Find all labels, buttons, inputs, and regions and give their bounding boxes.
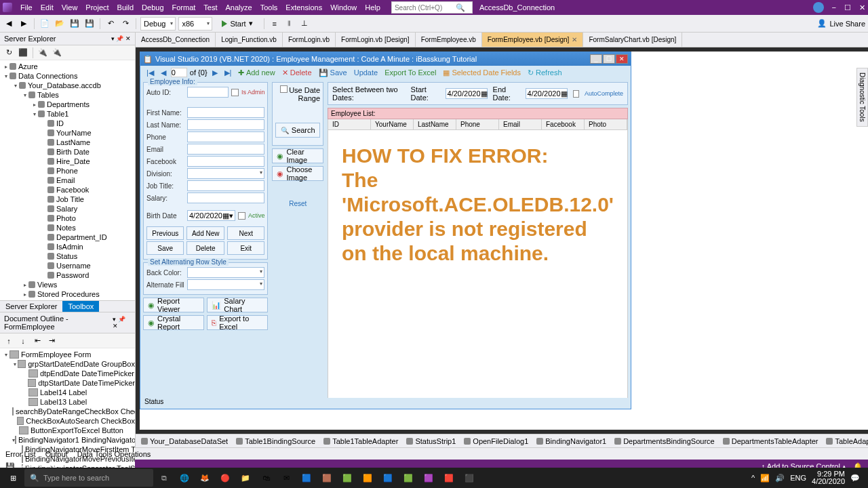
add-new-btn[interactable]: ✚ Add new [236, 68, 277, 77]
tree-item[interactable]: Email [0, 176, 135, 185]
menu-build[interactable]: Build [113, 2, 138, 13]
column-header[interactable]: YourName [371, 119, 414, 129]
tree-item[interactable]: Label14 Label [0, 388, 135, 397]
tree-item[interactable]: ID [0, 119, 135, 128]
column-header[interactable]: Photo [585, 119, 627, 129]
tree-item[interactable]: ▾Table1 [0, 109, 135, 119]
taskbar-search[interactable]: 🔍Type here to search [24, 469, 153, 487]
sel-date-btn[interactable]: ▦ Selected Date Fields [441, 68, 523, 77]
tree-item[interactable]: ▸Departments [0, 100, 135, 109]
tree-item[interactable]: dtpEndDate DateTimePicker [0, 369, 135, 378]
refresh-icon[interactable]: ↻ [3, 47, 15, 59]
output-tabs[interactable]: Error ListOutputData Tools Operations [0, 447, 868, 460]
tree-item[interactable]: YourName [0, 128, 135, 138]
component-tray[interactable]: Your_DatabaseDataSetTable1BindingSourceT… [136, 434, 868, 447]
column-header[interactable]: LastName [414, 119, 456, 129]
last-icon[interactable]: ▶| [222, 68, 234, 77]
next-icon[interactable]: ▶ [210, 68, 220, 77]
tree-item[interactable]: ▾Tables [0, 90, 135, 100]
menu-analyze[interactable]: Analyze [222, 2, 256, 13]
app-icon[interactable]: 🟦 [297, 468, 316, 487]
task-view-icon[interactable]: ⧉ [155, 468, 174, 487]
menu-project[interactable]: Project [81, 2, 113, 13]
prev-icon[interactable]: ◀ [159, 68, 168, 77]
server-explorer-tree[interactable]: ▸Azure▾Data Connections▾Your_Database.ac… [0, 60, 135, 300]
report-viewer-button[interactable]: ◉Report Viewer [143, 298, 204, 312]
component[interactable]: Table1BindingSource [236, 437, 315, 445]
active-checkbox[interactable] [238, 212, 245, 220]
component[interactable]: Your_DatabaseDataSet [141, 437, 228, 445]
salary-input[interactable] [187, 192, 264, 203]
minimize-icon[interactable]: − [832, 3, 836, 12]
delete-button[interactable]: Delete [186, 241, 224, 255]
tab[interactable]: Server Explorer [0, 301, 62, 312]
form-max-icon[interactable]: ☐ [603, 54, 615, 64]
doc-tab[interactable]: FormLogin.vb [283, 33, 336, 47]
word-icon[interactable]: 🟦 [378, 468, 397, 487]
phone-input[interactable] [187, 131, 264, 142]
tree-item[interactable]: Username [0, 261, 135, 270]
excel-icon[interactable]: 🟩 [399, 468, 418, 487]
tree-item[interactable]: ▾Data Connections [0, 71, 135, 81]
tree-item[interactable]: Salary [0, 204, 135, 214]
menu-edit[interactable]: Edit [37, 2, 58, 13]
binding-navigator[interactable]: |◀ ◀ of {0} ▶ ▶| ✚ Add new ✕ Delete 💾 Sa… [140, 66, 631, 79]
form-close-icon[interactable]: ✕ [616, 54, 628, 64]
app-icon[interactable]: 🟥 [439, 468, 458, 487]
export-excel-button[interactable]: ⎘Export to Excel [207, 315, 268, 330]
windows-taskbar[interactable]: ⊞ 🔍Type here to search ⧉ 🌐 🦊 🔴 📁 🛍 ✉ 🟦 🟫… [0, 468, 868, 488]
menu-test[interactable]: Test [199, 2, 221, 13]
tree-item[interactable]: ButtonExportToExcel Button [0, 426, 135, 435]
connect-db-icon[interactable]: 🔌 [51, 47, 63, 59]
component[interactable]: StatusStrip1 [406, 437, 456, 445]
tree-item[interactable]: Hire_Date [0, 157, 135, 166]
menu-tools[interactable]: Tools [256, 2, 282, 13]
close-icon[interactable]: ✕ [859, 3, 865, 12]
nav-back-icon[interactable]: ◀ [3, 18, 15, 30]
pin-icon[interactable]: ▾ 📌 ✕ [111, 35, 131, 42]
user-avatar-icon[interactable] [813, 2, 824, 13]
doc-tab[interactable]: FormLogin.vb [Design] [336, 33, 416, 47]
salary-chart-button[interactable]: 📊Salary Chart [207, 298, 268, 312]
tree-item[interactable]: ▸Azure [0, 62, 135, 71]
tree-item[interactable]: ▸Views [0, 280, 135, 289]
open-icon[interactable]: 📂 [54, 18, 66, 30]
diagnostic-tools-tab[interactable]: Diagnostic Tools [856, 68, 868, 127]
tab[interactable]: Toolbox [62, 301, 99, 312]
tree-item[interactable]: Label13 Label [0, 397, 135, 407]
app-icon[interactable]: 🟫 [317, 468, 336, 487]
start-date-picker[interactable]: 4/20/2020▦ [446, 88, 488, 99]
firstname-input[interactable] [187, 107, 264, 118]
align-icon[interactable]: ≡ [269, 18, 281, 30]
use-range-checkbox[interactable] [280, 85, 288, 93]
column-header[interactable]: ID [328, 119, 371, 129]
mail-icon[interactable]: ✉ [277, 468, 296, 487]
doc-tab[interactable]: Login_Function.vb [216, 33, 283, 47]
tree-item[interactable]: Status [0, 251, 135, 261]
column-header[interactable]: Phone [456, 119, 499, 129]
autocomplete-checkbox[interactable] [573, 90, 579, 98]
search-button[interactable]: 🔍 Search [275, 123, 320, 138]
tray-clock[interactable]: 9:29 PM4/20/2020 [812, 470, 845, 485]
align-icon[interactable]: ⫴ [283, 18, 296, 30]
component[interactable]: Table1TableAdapter [323, 437, 398, 445]
start-button[interactable]: ⊞ [3, 468, 23, 488]
component[interactable]: DepartmentsBindingSource [614, 437, 715, 445]
new-project-icon[interactable]: 📄 [39, 18, 51, 30]
quick-launch-input[interactable] [395, 4, 456, 12]
start-debug-button[interactable]: Start ▾ [215, 17, 259, 30]
outdent-icon[interactable]: ⇤ [31, 335, 43, 347]
doc-tab[interactable]: FormSalaryChart.vb [Design] [583, 33, 682, 47]
menu-format[interactable]: Format [168, 2, 200, 13]
align-icon[interactable]: ⊥ [298, 18, 311, 30]
column-header[interactable]: Email [499, 119, 542, 129]
menu-debug[interactable]: Debug [138, 2, 167, 13]
undo-icon[interactable]: ↶ [104, 18, 117, 30]
crystal-report-button[interactable]: ◉Crystal Report [143, 315, 204, 330]
email-input[interactable] [187, 144, 264, 155]
explorer-icon[interactable]: 📁 [236, 468, 255, 487]
quick-launch[interactable]: 🔍 [391, 1, 473, 14]
next-button[interactable]: Next [227, 226, 264, 240]
first-icon[interactable]: |◀ [144, 68, 156, 77]
firefox-icon[interactable]: 🦊 [195, 468, 214, 487]
